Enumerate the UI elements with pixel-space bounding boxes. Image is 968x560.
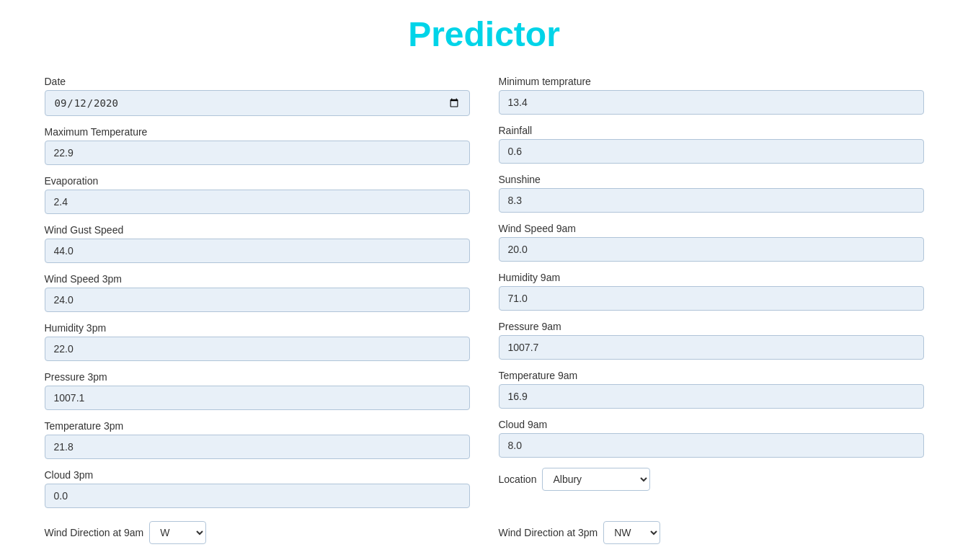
min-temp-field-container: Minimum temprature	[499, 76, 924, 115]
wind-gust-speed-input[interactable]	[45, 239, 470, 263]
location-label: Location	[499, 474, 537, 485]
wind-dir-9am-field-container: Wind Direction at 9am NNNENEENEEESESESSE…	[45, 521, 470, 544]
humidity-3pm-input[interactable]	[45, 337, 470, 361]
sunshine-label: Sunshine	[499, 174, 924, 185]
pressure-9am-input[interactable]	[499, 335, 924, 360]
humidity-9am-input[interactable]	[499, 286, 924, 311]
temperature-9am-input[interactable]	[499, 384, 924, 409]
sunshine-field-container: Sunshine	[499, 174, 924, 213]
cloud-3pm-field-container: Cloud 3pm	[45, 469, 470, 508]
rainfall-label: Rainfall	[499, 125, 924, 136]
wind-speed-9am-field-container: Wind Speed 9am	[499, 223, 924, 262]
pressure-3pm-label: Pressure 3pm	[45, 371, 470, 383]
max-temp-field-container: Maximum Temperature	[45, 126, 470, 165]
humidity-3pm-field-container: Humidity 3pm	[45, 322, 470, 361]
date-label: Date	[45, 76, 470, 87]
temperature-3pm-field-container: Temperature 3pm	[45, 420, 470, 459]
max-temp-label: Maximum Temperature	[45, 126, 470, 138]
cloud-9am-field-container: Cloud 9am	[499, 419, 924, 458]
wind-gust-speed-label: Wind Gust Speed	[45, 224, 470, 236]
pressure-3pm-input[interactable]	[45, 386, 470, 410]
location-select[interactable]: AlburyAlbanyAlice SpringsBadgerysCreekBa…	[542, 468, 650, 491]
wind-speed-3pm-field-container: Wind Speed 3pm	[45, 273, 470, 312]
temperature-9am-label: Temperature 9am	[499, 370, 924, 381]
wind-dir-3pm-select[interactable]: NNNENEENEEESESESSESSSWSWWSWWWNWNWNNW	[603, 521, 660, 544]
humidity-9am-field-container: Humidity 9am	[499, 272, 924, 311]
cloud-3pm-input[interactable]	[45, 484, 470, 508]
pressure-9am-label: Pressure 9am	[499, 321, 924, 332]
temperature-9am-field-container: Temperature 9am	[499, 370, 924, 409]
wind-dir-3pm-field-container: Wind Direction at 3pm NNNENEENEEESESESSE…	[499, 521, 924, 544]
pressure-9am-field-container: Pressure 9am	[499, 321, 924, 360]
cloud-9am-input[interactable]	[499, 433, 924, 458]
temperature-3pm-label: Temperature 3pm	[45, 420, 470, 432]
min-temp-label: Minimum temprature	[499, 76, 924, 87]
wind-speed-3pm-input[interactable]	[45, 288, 470, 312]
humidity-9am-label: Humidity 9am	[499, 272, 924, 283]
wind-dir-3pm-label: Wind Direction at 3pm	[499, 527, 598, 538]
min-temp-input[interactable]	[499, 90, 924, 115]
wind-dir-9am-select[interactable]: NNNENEENEEESESESSESSSWSWWSWWWNWNWNNW	[149, 521, 206, 544]
cloud-3pm-label: Cloud 3pm	[45, 469, 470, 481]
date-input[interactable]	[45, 90, 470, 116]
wind-speed-3pm-label: Wind Speed 3pm	[45, 273, 470, 285]
temperature-3pm-input[interactable]	[45, 435, 470, 459]
date-field-container: Date	[45, 76, 470, 116]
cloud-9am-label: Cloud 9am	[499, 419, 924, 430]
sunshine-input[interactable]	[499, 188, 924, 213]
max-temp-input[interactable]	[45, 141, 470, 165]
wind-speed-9am-input[interactable]	[499, 237, 924, 262]
wind-speed-9am-label: Wind Speed 9am	[499, 223, 924, 234]
pressure-3pm-field-container: Pressure 3pm	[45, 371, 470, 410]
page-title: Predictor	[0, 0, 968, 76]
location-field-container: Location AlburyAlbanyAlice SpringsBadger…	[499, 468, 924, 491]
evaporation-label: Evaporation	[45, 175, 470, 187]
humidity-3pm-label: Humidity 3pm	[45, 322, 470, 334]
evaporation-field-container: Evaporation	[45, 175, 470, 214]
wind-gust-speed-field-container: Wind Gust Speed	[45, 224, 470, 263]
wind-dir-9am-label: Wind Direction at 9am	[45, 527, 144, 538]
evaporation-input[interactable]	[45, 190, 470, 214]
rainfall-input[interactable]	[499, 139, 924, 164]
rainfall-field-container: Rainfall	[499, 125, 924, 164]
